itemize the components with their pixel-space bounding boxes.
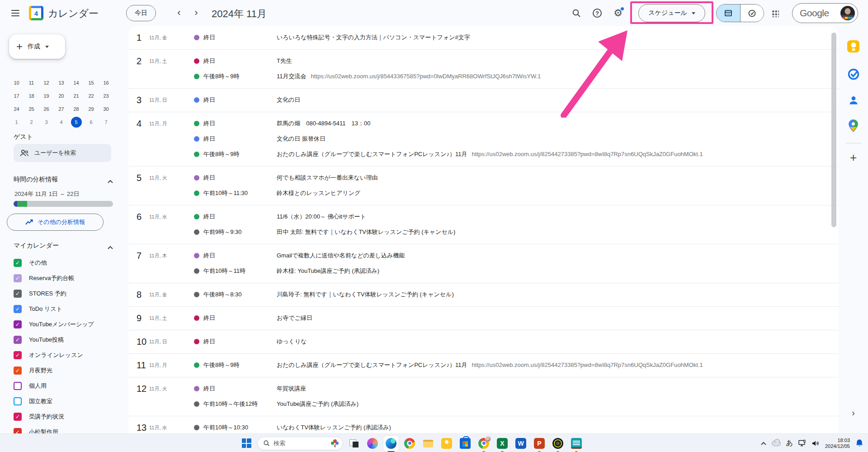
calendar-list-item[interactable]: 月夜野光 [14,363,128,378]
calendar-checkbox[interactable] [14,305,22,313]
calendar-list-item[interactable]: YouTubeメンバーシップ [14,317,128,332]
search-users-input[interactable]: ユーザーを検索 [14,144,111,162]
chevron-up-icon[interactable] [108,177,113,185]
event-row[interactable]: 終日何でも相談スマホが一番出来ない理由 [190,170,839,186]
mini-calendar-day[interactable]: 14 [69,76,84,89]
calendar-checkbox[interactable] [14,366,22,375]
event-row[interactable]: 終日11/6（水）20:00～ 佛心itサポート [190,209,839,224]
mini-calendar-day[interactable]: 3 [39,115,54,128]
event-row[interactable]: 午後8時～9時おたのしみ講座（グループで楽しむスマートフォンPCレッスン♪）11… [190,147,839,162]
mini-calendar-day[interactable]: 30 [99,102,113,115]
lens-icon[interactable] [550,436,566,451]
event-row[interactable]: 終日文化の日 [190,92,839,108]
tray-clock[interactable]: 18:03 2024/12/05 [825,438,850,449]
chevron-up-icon[interactable] [108,243,113,251]
calendar-list-item[interactable]: 小松製作所 [14,424,128,433]
mini-calendar-day[interactable]: 20 [54,89,69,102]
event-row[interactable]: 午前10時～11:30鈴木様とのレッスンヒアリング [190,186,839,201]
excel-icon[interactable] [495,436,510,451]
explorer-icon[interactable] [420,436,436,451]
notebook-icon[interactable] [569,436,584,451]
calendar-list-item[interactable]: 個人用 [14,378,128,394]
mini-calendar-day[interactable]: 7 [69,72,84,76]
event-row[interactable]: 午前10時～11時鈴木様: YouTube講座ご予約 (承認済み) [190,263,839,279]
calendar-checkbox[interactable] [14,290,22,298]
day-number[interactable]: 12 [128,381,149,412]
help-icon[interactable]: ? [588,4,606,22]
mini-calendar-day[interactable]: 23 [99,89,113,102]
store-icon[interactable] [458,436,473,451]
mini-calendar-day[interactable]: 29 [84,102,99,115]
calendar-list-item[interactable]: ToDo リスト [14,301,128,317]
tasks-icon[interactable] [844,65,863,83]
view-selector-dropdown[interactable]: スケジュール [638,4,705,22]
calendar-view-icon[interactable] [717,5,740,22]
mini-calendar-day[interactable]: 1 [9,115,24,128]
mini-calendar-day[interactable]: 4 [54,115,69,128]
day-number[interactable]: 3 [128,92,149,108]
mini-calendar-day[interactable]: 6 [84,115,99,128]
calendar-list-item[interactable]: その他 [14,255,128,271]
get-addons-icon[interactable]: + [850,152,857,163]
chrome-icon[interactable] [402,436,417,451]
mini-calendar-day[interactable]: 9 [99,72,113,76]
menu-icon[interactable] [10,8,21,19]
calendar-list-item[interactable]: 受講予約状況 [14,409,128,424]
event-row[interactable]: 終日いろいろな特殊記号・文字の入力方法｜パソコン・スマートフォン#文字 [190,30,839,45]
notification-bell-icon[interactable] [855,439,863,447]
today-button[interactable]: 今日 [126,5,156,21]
event-row[interactable]: 午前10時～午後12時YouTube講座ご予約 (承認済み) [190,396,839,412]
day-number[interactable]: 7 [128,248,149,279]
mini-calendar-day[interactable]: 7 [99,115,113,128]
event-row[interactable]: 終日T先生 [190,53,839,69]
event-row[interactable]: 終日ゆっくりな [190,334,839,349]
onedrive-cloud-icon[interactable] [772,441,781,446]
event-row[interactable]: 終日年賀状講座 [190,381,839,396]
day-number[interactable]: 4 [128,116,149,162]
mini-calendar-day[interactable]: 6 [54,72,69,76]
speaker-icon[interactable] [812,440,820,447]
day-number[interactable]: 6 [128,209,149,240]
calendar-checkbox[interactable] [14,428,22,433]
mini-calendar-day[interactable]: 21 [69,89,84,102]
apps-grid-icon[interactable] [766,4,784,22]
create-button[interactable]: + 作成 [9,34,65,59]
mini-calendar-day[interactable]: 19 [39,89,54,102]
ime-indicator[interactable]: あ [786,439,793,447]
network-icon[interactable] [798,440,807,447]
event-link[interactable]: https://us02web.zoom.us/j/85443367585?pw… [311,73,541,80]
contacts-icon[interactable] [844,91,863,109]
day-number[interactable]: 8 [128,287,149,302]
calendar-checkbox[interactable] [14,274,22,282]
day-number[interactable]: 2 [128,53,149,84]
calendar-checkbox[interactable] [14,397,22,405]
contrast-icon[interactable] [346,436,362,451]
event-row[interactable]: 午後8時～8:30川島玲子: 無料です｜いなわくTV体験レッスンご予約 (キャン… [190,287,839,302]
day-number[interactable]: 13 [128,420,149,433]
mini-calendar-day[interactable]: 10 [9,76,24,89]
calendar-list-item[interactable]: YouTube投稿 [14,332,128,347]
google-account-pill[interactable]: Google [792,3,858,23]
calendar-checkbox[interactable] [14,320,22,328]
calendar-checkbox[interactable] [14,382,22,390]
avatar[interactable] [840,6,855,20]
mini-calendar-day[interactable]: 22 [84,89,99,102]
event-row[interactable]: 終日お寺でご縁日 [190,310,839,326]
mini-calendar-day[interactable]: 13 [54,76,69,89]
event-row[interactable]: 午前9時～9:30田中 太郎: 無料です｜いなわくTV体験レッスンご予約 (キャ… [190,224,839,240]
copilot-icon[interactable] [365,436,380,451]
calendar-checkbox[interactable] [14,351,22,359]
search-highlight-icon[interactable] [331,439,339,448]
calendar-list-item[interactable]: オンラインレッスン [14,347,128,363]
calendar-checkbox[interactable] [14,413,22,421]
maps-icon[interactable] [844,117,863,135]
day-number[interactable]: 1 [128,30,149,45]
mini-calendar-day[interactable]: 24 [9,102,24,115]
notes-icon[interactable] [439,436,454,451]
tray-expand-chevron-icon[interactable] [761,441,766,446]
calendar-checkbox[interactable] [14,336,22,344]
calendar-list-item[interactable]: STORES 予約 [14,286,128,301]
day-number[interactable]: 10 [128,334,149,349]
calendar-list-item[interactable]: 国立教室 [14,394,128,409]
event-row[interactable]: 午前10時～10:30いなわくTV体験レッスンご予約 (承認済み) [190,420,839,433]
